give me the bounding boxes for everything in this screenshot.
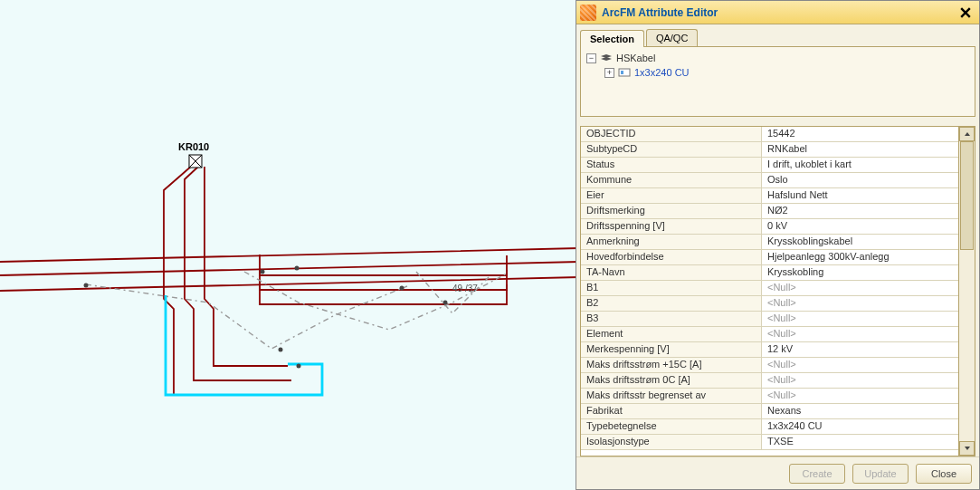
attribute-value[interactable]: I drift, ukoblet i kart: [762, 158, 958, 172]
tab-qaqc[interactable]: QA/QC: [646, 29, 698, 46]
attribute-value[interactable]: NØ2: [762, 204, 958, 218]
splitter[interactable]: [580, 119, 975, 124]
attribute-row[interactable]: Typebetegnelse1x3x240 CU: [581, 419, 958, 435]
attribute-key: Element: [581, 327, 762, 341]
svg-point-5: [295, 266, 300, 271]
attribute-row[interactable]: B1<Null>: [581, 281, 958, 296]
vertical-scrollbar[interactable]: [958, 127, 975, 456]
attribute-value[interactable]: TXSE: [762, 435, 958, 449]
attribute-key: Fabrikat: [581, 404, 762, 418]
attribute-row[interactable]: B3<Null>: [581, 312, 958, 327]
svg-rect-10: [619, 69, 630, 76]
attribute-value[interactable]: 0 kV: [762, 219, 958, 234]
attribute-key: Isolasjonstype: [581, 435, 762, 449]
attribute-row[interactable]: Maks driftsstrøm +15C [A]<Null>: [581, 358, 958, 373]
attribute-value[interactable]: Krysskobling: [762, 265, 958, 280]
selection-tree[interactable]: − HSKabel + 1x3x240 CU: [580, 46, 975, 117]
create-button[interactable]: Create: [789, 464, 845, 484]
attribute-row[interactable]: Maks driftsstr begrenset av<Null>: [581, 389, 958, 404]
attribute-key: Maks driftsstrøm 0C [A]: [581, 373, 762, 388]
attribute-row[interactable]: Driftsspenning [V]0 kV: [581, 219, 958, 235]
attribute-value[interactable]: 1x3x240 CU: [762, 419, 958, 434]
attribute-row[interactable]: KommuneOslo: [581, 173, 958, 188]
attribute-value[interactable]: Nexans: [762, 404, 958, 418]
attribute-row[interactable]: Element<Null>: [581, 327, 958, 342]
update-button[interactable]: Update: [852, 464, 909, 484]
tree-expand-icon[interactable]: +: [604, 68, 614, 78]
attribute-row[interactable]: AnmerkningKrysskoblingskabel: [581, 235, 958, 250]
attribute-key: B2: [581, 296, 762, 311]
close-icon: [960, 7, 971, 18]
panel-title: ArcFM Attribute Editor: [602, 6, 956, 19]
svg-point-7: [443, 301, 448, 305]
feature-icon: [618, 67, 631, 78]
attribute-value[interactable]: 15442: [762, 127, 958, 141]
attribute-value[interactable]: <Null>: [762, 373, 958, 388]
attribute-value[interactable]: <Null>: [762, 312, 958, 326]
attribute-key: OBJECTID: [581, 127, 762, 141]
attribute-key: Merkespenning [V]: [581, 342, 762, 357]
close-button[interactable]: [956, 5, 975, 21]
attribute-row[interactable]: SubtypeCDRNKabel: [581, 142, 958, 158]
scroll-thumb[interactable]: [960, 141, 974, 250]
attribute-value[interactable]: <Null>: [762, 358, 958, 372]
tab-selection[interactable]: Selection: [580, 30, 644, 47]
attribute-row[interactable]: HovedforbindelseHjelpeanlegg 300kV-anleg…: [581, 250, 958, 265]
attribute-key: Maks driftsstr begrenset av: [581, 389, 762, 403]
attribute-row[interactable]: DriftsmerkingNØ2: [581, 204, 958, 219]
attribute-value[interactable]: <Null>: [762, 389, 958, 403]
attribute-value[interactable]: Hafslund Nett: [762, 188, 958, 203]
attribute-key: Maks driftsstrøm +15C [A]: [581, 358, 762, 372]
titlebar: ArcFM Attribute Editor: [576, 1, 979, 24]
attribute-row[interactable]: B2<Null>: [581, 296, 958, 312]
tree-child-row[interactable]: + 1x3x240 CU: [586, 65, 969, 80]
attribute-key: Status: [581, 158, 762, 172]
attribute-value[interactable]: <Null>: [762, 296, 958, 311]
chevron-down-icon: [964, 445, 971, 452]
tree-child-label[interactable]: 1x3x240 CU: [634, 67, 690, 78]
attribute-row[interactable]: StatusI drift, ukoblet i kart: [581, 158, 958, 173]
attribute-value[interactable]: Krysskoblingskabel: [762, 235, 958, 249]
tree-root-row[interactable]: − HSKabel: [586, 51, 969, 65]
attribute-key: TA-Navn: [581, 265, 762, 280]
attribute-row[interactable]: EierHafslund Nett: [581, 188, 958, 204]
attribute-key: Driftsmerking: [581, 204, 762, 218]
attribute-grid[interactable]: OBJECTID15442SubtypeCDRNKabelStatusI dri…: [581, 127, 958, 456]
close-button-footer[interactable]: Close: [916, 464, 972, 484]
attribute-row[interactable]: IsolasjonstypeTXSE: [581, 435, 958, 450]
attribute-key: Anmerkning: [581, 235, 762, 249]
scroll-up-button[interactable]: [959, 127, 975, 141]
button-bar: Create Update Close: [576, 456, 979, 489]
attribute-row[interactable]: TA-NavnKrysskobling: [581, 265, 958, 281]
scroll-down-button[interactable]: [959, 441, 975, 456]
attribute-row[interactable]: Maks driftsstrøm 0C [A]<Null>: [581, 373, 958, 389]
svg-point-8: [279, 348, 283, 352]
arcfm-logo-icon: [580, 5, 596, 21]
attribute-value[interactable]: Oslo: [762, 173, 958, 187]
map-label-ref: 49 /37: [452, 283, 478, 293]
attribute-grid-wrap: OBJECTID15442SubtypeCDRNKabelStatusI dri…: [580, 126, 975, 456]
attribute-value[interactable]: RNKabel: [762, 142, 958, 157]
svg-rect-11: [621, 71, 623, 74]
attribute-value[interactable]: <Null>: [762, 281, 958, 295]
layer-icon: [600, 53, 613, 63]
attribute-editor-panel: ArcFM Attribute Editor Selection QA/QC −…: [576, 0, 980, 490]
tree-root-label: HSKabel: [616, 53, 655, 63]
tree-collapse-icon[interactable]: −: [586, 53, 596, 63]
node-kr010: [189, 155, 202, 168]
svg-point-4: [261, 270, 265, 274]
attribute-key: B1: [581, 281, 762, 295]
attribute-key: B3: [581, 312, 762, 326]
attribute-value[interactable]: <Null>: [762, 327, 958, 341]
attribute-key: Kommune: [581, 173, 762, 187]
scroll-track[interactable]: [959, 141, 975, 441]
svg-point-3: [84, 283, 89, 288]
attribute-row[interactable]: FabrikatNexans: [581, 404, 958, 419]
attribute-key: Driftsspenning [V]: [581, 219, 762, 234]
attribute-row[interactable]: OBJECTID15442: [581, 127, 958, 142]
chevron-up-icon: [964, 130, 971, 138]
attribute-row[interactable]: Merkespenning [V]12 kV: [581, 342, 958, 358]
map-label-kr010: KR010: [178, 141, 209, 152]
attribute-value[interactable]: Hjelpeanlegg 300kV-anlegg: [762, 250, 958, 264]
attribute-value[interactable]: 12 kV: [762, 342, 958, 357]
